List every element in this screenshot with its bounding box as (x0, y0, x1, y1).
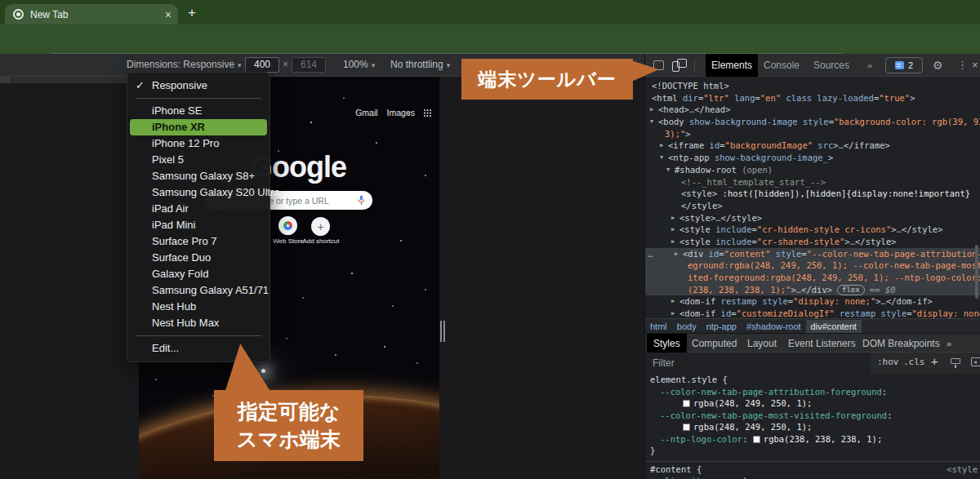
rendering-brush-icon[interactable] (951, 358, 960, 364)
row-ellipsis[interactable]: … (648, 248, 653, 260)
twisty-icon[interactable]: ▶ (660, 140, 663, 152)
new-tab-button[interactable]: + (188, 5, 196, 21)
device-option[interactable]: iPhone 12 Pro (127, 135, 270, 152)
style-source-link[interactable]: <style (947, 463, 978, 476)
twisty-icon[interactable]: ▶ (650, 104, 653, 116)
zoom-select[interactable]: 100%▾ (343, 59, 375, 70)
dom-tree-row[interactable]: ▶<style include="cr-shared-style">…</sty… (645, 236, 980, 248)
add-shortcut-button[interactable]: + (311, 217, 330, 236)
viewport-width-input[interactable]: 400 (245, 57, 279, 73)
twisty-icon[interactable]: ▶ (675, 248, 678, 260)
device-option[interactable]: Surface Duo (127, 250, 270, 266)
more-tabs-icon[interactable]: » (862, 54, 877, 77)
breadcrumb-item[interactable]: body (672, 322, 702, 331)
color-swatch[interactable] (683, 400, 690, 407)
dom-tree-row[interactable]: …▶<div id="content" style="--color-new-t… (645, 248, 980, 260)
dom-tree-row[interactable]: ▶<dom-if restamp style="display: none;">… (645, 295, 980, 308)
styles-filter-input[interactable]: Filter (645, 353, 871, 374)
toggle-class[interactable]: .cls (903, 357, 925, 367)
style-rule-line[interactable]: element.style { (645, 374, 980, 386)
dom-tree-row[interactable]: ▼<body show-background-image style="back… (645, 116, 980, 128)
device-option[interactable]: iPhone SE (127, 103, 270, 119)
device-option[interactable]: Nest Hub Max (127, 315, 270, 331)
devtools-menu-icon[interactable]: ⋮ (957, 59, 968, 71)
device-option[interactable]: Pixel 5 (127, 152, 270, 168)
toggle-hover-state[interactable]: :hov (877, 357, 899, 367)
dom-tree-row[interactable]: </style> (645, 200, 980, 212)
device-option[interactable]: Samsung Galaxy A51/71 (127, 282, 270, 299)
device-option[interactable]: iPad Mini (127, 217, 270, 233)
console-messages-badge[interactable]: 2 (885, 57, 923, 73)
tab-layout[interactable]: Layout (747, 334, 777, 353)
mic-icon[interactable] (358, 195, 365, 206)
device-option[interactable]: Surface Pro 7 (127, 233, 270, 250)
dom-tree-row[interactable]: ited-foreground:rgba(248, 249, 250, 1); … (645, 272, 980, 284)
device-option[interactable]: Edit... (127, 340, 270, 357)
style-rule-line[interactable]: --color-new-tab-page-most-visited-foregr… (645, 410, 980, 422)
breadcrumb-item[interactable]: #shadow-root (742, 322, 806, 331)
dom-tree-row[interactable]: <!DOCTYPE html> (645, 80, 980, 92)
style-rule-line[interactable]: align-items: center; (645, 475, 980, 479)
viewport-height-input[interactable]: 614 (292, 57, 326, 73)
dom-tree-row[interactable]: <html dir="ltr" lang="en" class lazy-loa… (645, 92, 980, 104)
tab-dom-breakpoints[interactable]: DOM Breakpoints (862, 334, 940, 353)
twisty-icon[interactable]: ▶ (671, 236, 675, 248)
dom-tree-row[interactable]: ▶<head>…</head> (645, 104, 980, 116)
gmail-link[interactable]: Gmail (355, 108, 377, 118)
style-rule-line[interactable]: --color-new-tab-page-attribution-foregro… (645, 386, 980, 398)
twisty-icon[interactable]: ▼ (660, 152, 663, 164)
twisty-icon[interactable]: ▶ (671, 308, 675, 318)
flex-badge[interactable]: flex (837, 285, 865, 295)
dom-tree-row[interactable]: <style> :host([hidden]),[hidden]{display… (645, 188, 980, 200)
dimensions-select[interactable]: Dimensions: Responsive▾ (127, 59, 242, 70)
twisty-icon[interactable]: ▼ (666, 164, 670, 176)
tab-styles[interactable]: Styles (647, 334, 687, 353)
tab-close-icon[interactable]: × (165, 8, 172, 21)
settings-gear-icon[interactable]: ⚙ (933, 59, 943, 72)
device-option[interactable]: iPad Air (127, 201, 270, 217)
breadcrumb-item[interactable]: ntp-app (702, 322, 742, 331)
dom-tree-row[interactable]: ▶<dom-if id="customizeDialogIf" restamp … (645, 308, 980, 318)
new-style-rule-button[interactable]: + (931, 355, 938, 368)
dom-tree-row[interactable]: <!--_html_template_start_--> (645, 176, 980, 188)
tree-scrollbar[interactable] (975, 245, 978, 299)
dom-tree-row[interactable]: ▼#shadow-root (open) (645, 164, 980, 176)
device-option[interactable]: Samsung Galaxy S8+ (127, 168, 270, 184)
dom-tree-row[interactable]: ▶<style include="cr-hidden-style cr-icon… (645, 224, 980, 236)
dom-tree-row[interactable]: eground:rgba(248, 249, 250, 1); --color-… (645, 259, 980, 272)
device-toolbar-toggle-icon[interactable] (672, 59, 688, 72)
device-option[interactable]: iPhone XR (130, 119, 267, 135)
breadcrumb-item[interactable]: html (645, 322, 672, 331)
style-rule-line[interactable]: rgba(248, 249, 250, 1); (645, 421, 980, 433)
web-store-shortcut[interactable] (278, 216, 297, 235)
browser-tab[interactable]: New Tab × (5, 4, 178, 24)
tab-event-listeners[interactable]: Event Listeners (788, 334, 856, 353)
dom-tree-row[interactable]: ▶<style>…</style> (645, 212, 980, 224)
style-rule-line[interactable]: } (645, 445, 980, 457)
google-apps-icon[interactable] (424, 109, 431, 117)
breadcrumb-item[interactable]: div#content (806, 320, 862, 333)
devtools-close-icon[interactable]: × (972, 59, 978, 71)
twisty-icon[interactable]: ▶ (671, 224, 675, 236)
tab-console[interactable]: Console (764, 54, 800, 77)
dom-tree-row[interactable]: ▼<ntp-app show-background-image_> (645, 152, 980, 164)
dom-tree-row[interactable]: ▶<iframe id="backgroundImage" src>…</ifr… (645, 140, 980, 152)
color-swatch[interactable] (753, 436, 760, 443)
twisty-icon[interactable]: ▶ (671, 295, 675, 308)
tab-elements[interactable]: Elements (706, 54, 758, 77)
device-option[interactable]: Samsung Galaxy S20 Ultra (127, 184, 270, 201)
tab-sources[interactable]: Sources (813, 54, 849, 77)
device-option[interactable]: Galaxy Fold (127, 266, 270, 282)
style-rule-line[interactable]: #content {<style (645, 461, 980, 475)
tab-computed[interactable]: Computed (692, 334, 737, 353)
twisty-icon[interactable]: ▶ (671, 212, 675, 224)
viewport-resize-handle[interactable] (440, 321, 447, 342)
twisty-icon[interactable]: ▼ (650, 116, 653, 128)
device-option[interactable]: ✓Responsive (127, 78, 270, 94)
color-swatch[interactable] (683, 424, 690, 431)
device-option[interactable]: Nest Hub (127, 299, 270, 315)
dom-tree-row[interactable]: (238, 238, 238, 1);">…</div>flex == $0 (645, 284, 980, 296)
more-tabs-icon[interactable]: » (947, 334, 951, 353)
images-link[interactable]: Images (387, 108, 415, 118)
style-rule-line[interactable]: rgba(248, 249, 250, 1); (645, 397, 980, 410)
